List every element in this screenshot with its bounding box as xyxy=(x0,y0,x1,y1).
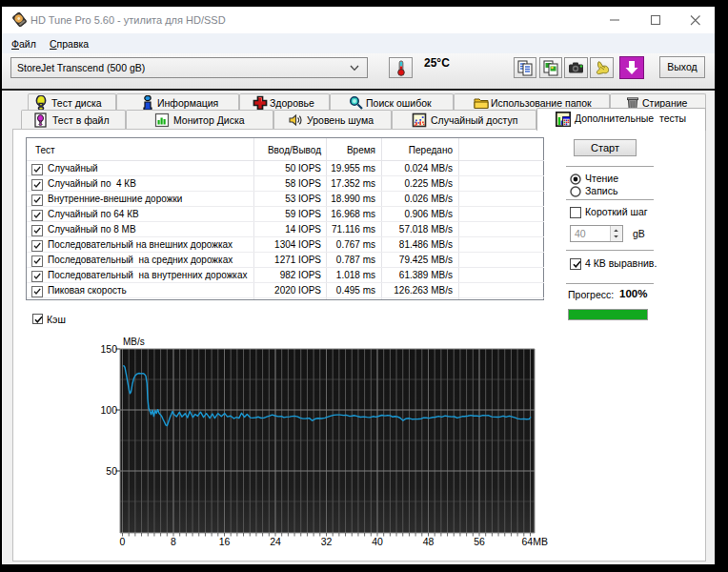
svg-text:24: 24 xyxy=(270,536,281,547)
svg-text:56: 56 xyxy=(474,536,485,547)
svg-text:100: 100 xyxy=(100,404,117,416)
svg-text:50: 50 xyxy=(106,465,117,477)
svg-text:MB/s: MB/s xyxy=(123,337,145,347)
svg-text:64MB: 64MB xyxy=(522,536,548,547)
svg-text:48: 48 xyxy=(423,536,435,547)
svg-text:16: 16 xyxy=(219,536,231,547)
svg-text:8: 8 xyxy=(171,536,176,547)
svg-text:0: 0 xyxy=(120,536,126,547)
svg-text:150: 150 xyxy=(100,343,117,355)
svg-text:40: 40 xyxy=(372,536,383,547)
svg-text:32: 32 xyxy=(321,536,333,547)
